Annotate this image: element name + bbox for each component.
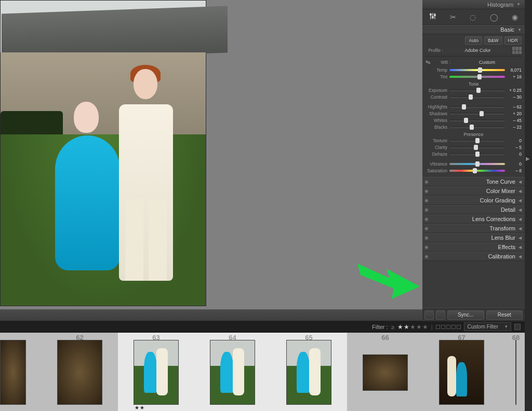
crop-icon[interactable]: ✂ [450,13,456,21]
chevron-left-icon: ◀ [518,208,522,212]
bw-button[interactable]: B&W [484,36,502,45]
star-icon[interactable]: ★ [416,323,422,331]
basic-label: Basic [500,26,514,33]
right-panel-collapse[interactable]: ▶ [525,0,532,411]
eye-icon[interactable]: ◉ [424,188,429,194]
tint-label: Tint [425,74,447,79]
reset-button[interactable]: Reset [486,310,523,320]
develop-panel: Histogram ▼ ✂ ◌ ◯ ◉ Basic ▼ Auto B&W HDR… [422,0,525,321]
thumbnail-68[interactable]: 68 [500,333,525,411]
contrast-label: Contrast [425,94,447,100]
blacks-slider[interactable] [449,126,505,128]
tint-slider[interactable] [449,76,505,78]
transform-header[interactable]: ◉ Transform ◀ [422,224,525,233]
thumbnail-66[interactable]: 66 [347,333,423,411]
color-grading-header[interactable]: ◉ Color Grading ◀ [422,196,525,205]
hdr-button[interactable]: HDR [504,36,522,45]
calibration-header[interactable]: ◉ Calibration ◀ [422,252,525,261]
basic-header[interactable]: Basic ▼ [422,25,525,34]
eyedropper-icon[interactable]: ✎ [424,58,434,67]
clarity-slider[interactable] [449,146,505,148]
sync-button[interactable]: Sync... [447,310,484,320]
temp-value: 8,071 [507,67,522,73]
whites-slider[interactable] [449,119,505,121]
thumb-image[interactable] [134,340,179,405]
color-mixer-header[interactable]: ◉ Color Mixer ◀ [422,186,525,196]
thumbnail-64[interactable]: 64 [194,333,271,411]
auto-button[interactable]: Auto [465,36,482,45]
exposure-slider[interactable] [449,89,505,91]
thumbnail-partial[interactable] [0,333,42,411]
eye-icon[interactable]: ◉ [424,207,429,212]
star-icon[interactable]: ★ [410,323,416,331]
eye-icon[interactable]: ◉ [424,179,429,184]
chevron-right-icon: ▶ [526,156,530,161]
effects-header[interactable]: ◉ Effects ◀ [422,242,525,252]
rating-filter[interactable]: ★ ★ ★ ★ ★ [397,323,428,331]
star-icon[interactable]: ★ [422,323,428,331]
redeye-icon[interactable]: ◉ [512,13,518,21]
thumb-image[interactable] [57,340,102,405]
thumb-image[interactable] [286,340,331,405]
thumb-image[interactable] [363,354,408,391]
thumbnail-67[interactable]: 67 [423,333,500,411]
contrast-value: – 30 [507,94,522,100]
healing-icon[interactable]: ◌ [470,13,476,21]
eye-icon[interactable]: ◉ [424,235,429,240]
tool-strip: ✂ ◌ ◯ ◉ [422,9,525,25]
paste-settings-button[interactable] [436,310,445,320]
filter-compare[interactable]: ≥ [391,324,394,330]
eye-icon[interactable]: ◉ [424,244,429,250]
highlights-value: – 62 [507,104,522,109]
vibrance-slider[interactable] [449,163,505,165]
temp-slider[interactable] [449,69,505,71]
thumb-image[interactable] [515,340,516,405]
thumbnail-62[interactable]: 62 [42,333,118,411]
whites-value: – 45 [507,118,522,123]
contrast-slider[interactable] [449,96,505,98]
wb-dropdown[interactable]: Custom [453,60,522,65]
thumb-image[interactable] [0,340,26,405]
preview-area[interactable] [0,0,422,309]
lens-corrections-header[interactable]: ◉ Lens Corrections ◀ [422,214,525,224]
copy-settings-button[interactable] [424,310,434,320]
texture-slider[interactable] [449,140,505,142]
thumb-image[interactable] [210,340,255,405]
blacks-value: – 22 [507,125,522,130]
highlights-slider[interactable] [449,106,505,108]
eye-icon[interactable]: ◉ [424,226,429,231]
mask-icon[interactable]: ◯ [490,13,498,21]
saturation-label: Saturation [425,168,447,173]
wb-label: WB : [435,60,450,65]
detail-header[interactable]: ◉ Detail ◀ [422,205,525,214]
thumb-index: 68 [512,334,520,341]
tone-curve-header[interactable]: ◉ Tone Curve ◀ [422,177,525,186]
filter-label: Filter : [372,324,388,330]
main-photo[interactable] [0,0,206,306]
saturation-slider[interactable] [449,170,505,172]
thumb-image[interactable] [439,340,484,405]
filmstrip[interactable]: 62 63 ★★ 64 65 66 67 68 [0,333,525,411]
profile-dropdown[interactable]: Adobe Color [445,48,510,53]
eye-icon[interactable]: ◉ [424,198,429,203]
thumbnail-65[interactable]: 65 [271,333,347,411]
edit-sliders-icon[interactable] [429,12,436,21]
star-icon[interactable]: ★ [397,323,403,331]
eye-icon[interactable]: ◉ [424,216,429,222]
profile-browser-icon[interactable] [512,47,522,54]
saturation-value: – 8 [507,168,522,173]
filter-toggle-switch[interactable] [514,324,521,330]
dehaze-slider[interactable] [449,153,505,155]
eye-icon[interactable]: ◉ [424,254,429,259]
lens-blur-header[interactable]: ◉ Lens Blur ◀ [422,233,525,242]
filter-preset-dropdown[interactable]: Custom Filter [464,322,511,331]
star-icon[interactable]: ★ [404,323,409,331]
histogram-header[interactable]: Histogram ▼ [422,0,525,9]
filmstrip-filter-bar: Filter : ≥ ★ ★ ★ ★ ★ | Custom Filter [0,321,525,333]
chevron-left-icon: ◀ [518,217,522,222]
highlights-label: Highlights [425,104,447,109]
shadows-slider[interactable] [449,113,505,115]
color-label-filter[interactable] [436,325,461,329]
thumbnail-63[interactable]: 63 ★★ [118,333,194,411]
loupe-toolbar [0,309,422,321]
